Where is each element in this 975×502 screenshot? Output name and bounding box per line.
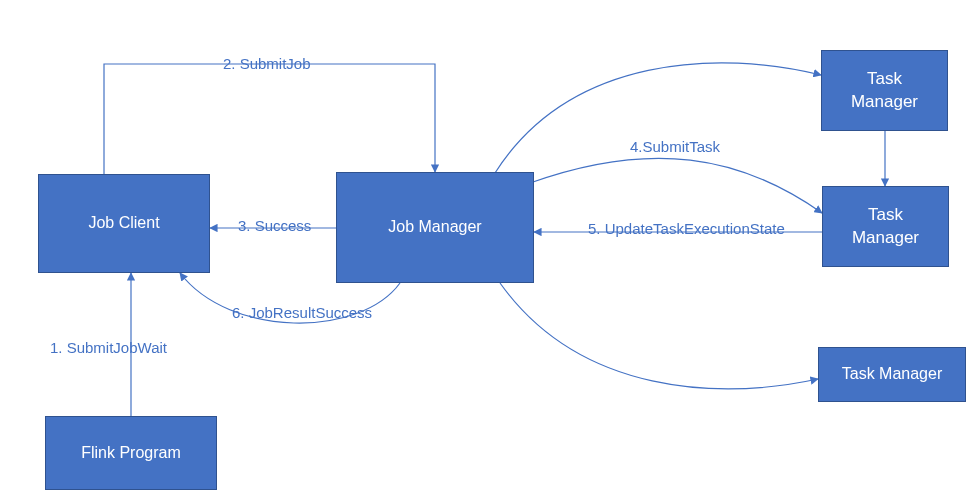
label-submitjob: 2. SubmitJob bbox=[223, 55, 311, 72]
edge-jm-tm1 bbox=[495, 63, 821, 173]
label-updatetaskexecutionstate: 5. UpdateTaskExecutionState bbox=[588, 220, 785, 237]
label-submittask: 4.SubmitTask bbox=[630, 138, 720, 155]
node-task-manager-1: Task Manager bbox=[821, 50, 948, 131]
label-submitjobwait: 1. SubmitJobWait bbox=[50, 339, 167, 356]
node-label: Task Manager bbox=[842, 364, 943, 385]
node-label: Job Manager bbox=[388, 217, 481, 238]
node-flink-program: Flink Program bbox=[45, 416, 217, 490]
node-task-manager-2: Task Manager bbox=[822, 186, 949, 267]
node-label: Task Manager bbox=[851, 68, 918, 112]
node-label: Job Client bbox=[88, 213, 159, 234]
node-task-manager-3: Task Manager bbox=[818, 347, 966, 402]
edge-submittask bbox=[530, 158, 822, 213]
node-label: Flink Program bbox=[81, 443, 181, 464]
node-label: Task Manager bbox=[852, 204, 919, 248]
node-job-manager: Job Manager bbox=[336, 172, 534, 283]
node-job-client: Job Client bbox=[38, 174, 210, 273]
label-success: 3. Success bbox=[238, 217, 311, 234]
label-jobresultsuccess: 6. JobResultSuccess bbox=[232, 304, 372, 321]
edge-jm-tm3 bbox=[500, 283, 818, 389]
edge-submitjob bbox=[104, 64, 435, 174]
